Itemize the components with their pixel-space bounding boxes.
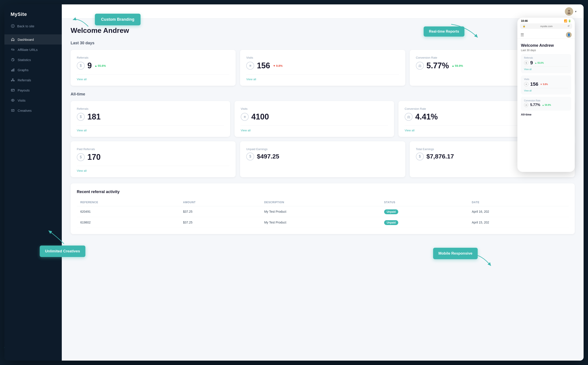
last30-visits-label: Visits <box>246 56 399 59</box>
mobile-time: 10:46 <box>521 19 528 22</box>
creatives-label: Creatives <box>18 109 32 112</box>
alltime-referrals-number: 181 <box>87 112 100 121</box>
paid-referrals-label: Paid Referrals <box>77 147 229 151</box>
sidebar-item-payouts[interactable]: Payouts <box>4 85 62 95</box>
total-dollar-icon: $ <box>416 153 424 161</box>
last30-referrals-view-all[interactable]: View all <box>77 74 229 81</box>
sidebar-nav: Dashboard Affiliate URLs Statistics <box>4 33 62 361</box>
svg-rect-8 <box>11 89 14 91</box>
col-reference: REFERENCE <box>77 199 179 206</box>
last30-referrals-value-row: $ 9 ▲ 55.6% <box>77 61 229 70</box>
mobile-referrals-view-all[interactable]: View all <box>524 67 568 70</box>
creatives-icon <box>11 108 15 113</box>
svg-point-12 <box>568 10 570 12</box>
site-logo: MySite <box>4 4 62 21</box>
mobile-alltime-label: All-time <box>521 113 571 116</box>
graphs-label: Graphs <box>18 68 29 72</box>
mobile-visits-number: 156 <box>530 81 538 87</box>
unpaid-dollar-icon: $ <box>246 153 254 161</box>
unpaid-earnings-label: Unpaid Earnings <box>246 147 399 151</box>
status-badge: Unpaid <box>384 220 398 225</box>
chart-pie-icon <box>11 57 15 62</box>
row1-date: April 16, 202 <box>468 206 569 217</box>
mobile-status-icons: 📶 🔋 <box>564 19 571 22</box>
mobile-conversion-card: Conversion Rate ⚖ 5.77% ▲ 59.9% <box>521 97 571 111</box>
mobile-visits-view-all[interactable]: View all <box>524 88 568 92</box>
row1-amount: $37.25 <box>179 206 261 217</box>
row1-desc: My Test Product <box>261 206 380 217</box>
paid-dollar-icon: $ <box>77 153 85 161</box>
mobile-content: Welcome Andrew Last 30 days Referrals $ … <box>517 41 575 121</box>
last30-referrals-card: Referrals $ 9 ▲ 55.6% View all <box>71 50 236 86</box>
sidebar: MySite Back to site Dashboard <box>4 4 62 361</box>
affiliate-urls-label: Affiliate URLs <box>18 48 38 52</box>
alltime-scale-icon: ⚖ <box>405 113 413 121</box>
alltime-visits-label: Visits <box>241 107 388 110</box>
status-badge: Unpaid <box>384 209 398 214</box>
referrals-label: Referrals <box>18 78 31 82</box>
chevron-down-icon: ▾ <box>575 10 577 13</box>
sidebar-item-dashboard[interactable]: Dashboard <box>4 34 62 44</box>
col-description: DESCRIPTION <box>261 199 380 206</box>
paid-referrals-view-all[interactable]: View all <box>77 166 229 172</box>
custom-branding-button[interactable]: Custom Branding <box>95 14 141 25</box>
sidebar-item-affiliate-urls[interactable]: Affiliate URLs <box>4 44 62 55</box>
paid-referrals-card: Paid Referrals $ 170 View all <box>71 141 236 177</box>
last30-visits-number: 156 <box>257 61 270 70</box>
svg-point-0 <box>11 24 14 28</box>
last30-visits-change: ▼ 9.8% <box>273 64 283 67</box>
page-title: Welcome Andrew <box>71 27 575 35</box>
svg-rect-3 <box>13 69 13 71</box>
alltime-dollar-icon: $ <box>77 113 85 121</box>
col-amount: AMOUNT <box>179 199 261 206</box>
payout-icon <box>11 88 15 92</box>
mobile-responsive-button[interactable]: Mobile Responsive <box>433 248 478 259</box>
avatar <box>565 7 573 16</box>
back-to-site-button[interactable]: Back to site <box>4 21 62 33</box>
mobile-conversion-label: Conversion Rate <box>524 99 568 102</box>
sidebar-item-referrals[interactable]: Referrals <box>4 75 62 85</box>
link-icon <box>11 47 15 52</box>
row1-ref: 620491 <box>77 206 179 217</box>
user-menu[interactable]: ▾ <box>565 7 577 16</box>
alltime-referrals-label: Referrals <box>77 107 224 110</box>
sidebar-item-visits[interactable]: Visits <box>4 95 62 105</box>
alltime-referrals-view-all[interactable]: View all <box>77 126 224 132</box>
mobile-referrals-card: Referrals $ 9 ▲ 55.6% View all <box>521 54 571 73</box>
dashboard-label: Dashboard <box>18 38 34 42</box>
mobile-referrals-label: Referrals <box>524 57 568 59</box>
sidebar-item-graphs[interactable]: Graphs <box>4 65 62 75</box>
alltime-conversion-number: 4.41% <box>415 112 438 121</box>
total-earnings-number: $7,876.17 <box>426 153 454 160</box>
mobile-url: mysite.com <box>540 25 553 28</box>
realtime-reports-button[interactable]: Real-time Reports <box>424 27 465 37</box>
referral-icon <box>11 78 15 82</box>
mobile-referrals-number: 9 <box>530 60 533 66</box>
svg-point-10 <box>12 100 14 101</box>
mobile-statusbar: 10:46 📶 🔋 <box>517 18 575 23</box>
last30-conversion-number: 5.77% <box>426 61 449 70</box>
mobile-conversion-change: ▲ 59.9% <box>542 104 551 106</box>
row2-amount: $37.25 <box>179 217 261 228</box>
col-status: STATUS <box>380 199 468 206</box>
last30-visits-view-all[interactable]: View all <box>246 74 399 81</box>
activity-section: Recent referral activity REFERENCE AMOUN… <box>71 183 575 234</box>
row2-ref: 619802 <box>77 217 179 228</box>
dashboard: Welcome Andrew Last 30 days Referrals $ … <box>62 19 584 361</box>
sidebar-item-creatives[interactable]: Creatives <box>4 105 62 115</box>
sidebar-item-statistics[interactable]: Statistics <box>4 55 62 65</box>
last30-stats-grid: Referrals $ 9 ▲ 55.6% View all Visits ✳ … <box>71 50 575 86</box>
activity-title: Recent referral activity <box>77 190 569 194</box>
alltime-referrals-value-row: $ 181 <box>77 112 224 121</box>
last30-visits-card: Visits ✳ 156 ▼ 9.8% View all <box>240 50 405 86</box>
alltime-heading: All-time <box>71 92 575 97</box>
unlimited-creatives-button[interactable]: Unlimited Creatives <box>40 246 85 257</box>
mobile-last30-label: Last 30 days <box>521 49 571 52</box>
row1-status: Unpaid <box>380 206 468 217</box>
app-wrapper: MySite Back to site Dashboard <box>4 4 584 361</box>
mobile-urlbar: 🔒 mysite.com ↺ <box>520 23 572 29</box>
row2-date: April 15, 202 <box>468 217 569 228</box>
alltime-visits-view-all[interactable]: View all <box>241 126 388 132</box>
mobile-visits-card: Visits ✳ 156 ▼ 9.8% View all <box>521 75 571 95</box>
mobile-title: Welcome Andrew <box>521 43 571 48</box>
